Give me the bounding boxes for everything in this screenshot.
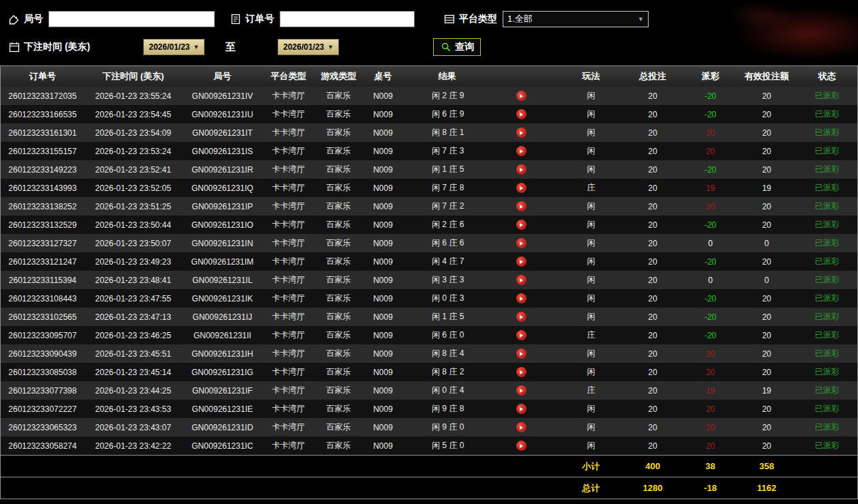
play-icon[interactable] (516, 164, 527, 175)
subtotal-payout: 38 (684, 456, 736, 477)
play-icon[interactable] (516, 441, 527, 451)
platform-cell: 卡卡湾厅 (263, 252, 313, 271)
order-id-cell: 260123233095707 (1, 326, 85, 344)
total-bet-cell: 20 (621, 436, 685, 456)
play-triangle (520, 426, 523, 430)
play-icon[interactable] (516, 128, 527, 138)
play-triangle (520, 407, 523, 411)
play-type-cell: 闲 (561, 289, 621, 308)
platform-select[interactable]: 1.全部 ▼ (503, 11, 649, 27)
total-bet-cell: 20 (621, 252, 685, 271)
total-bet-cell: 20 (621, 326, 685, 344)
status-cell: 已派彩 (797, 344, 857, 363)
valid-bet-cell: 19 (737, 179, 797, 197)
col-header-bet-time: 下注时间 (美东) (85, 66, 182, 87)
platform-cell: 卡卡湾厅 (263, 123, 313, 142)
play-triangle (520, 260, 523, 264)
round-input[interactable] (48, 11, 215, 27)
search-button[interactable]: 查询 (433, 38, 481, 56)
result-text: 闲 9 庄 0 (403, 421, 493, 433)
play-icon[interactable] (516, 422, 527, 432)
result-cell: 闲 0 庄 3 (403, 289, 561, 308)
table-header: 订单号 下注时间 (美东) 局号 平台类型 游戏类型 桌号 结果 玩法 总投注 … (1, 66, 857, 87)
game-type-cell: 百家乐 (314, 87, 363, 105)
total-bet-cell: 20 (621, 197, 685, 216)
result-cell: 闲 9 庄 8 (403, 400, 561, 418)
table-no-cell: N009 (363, 160, 402, 179)
bet-time-cell: 2026-01-23 23:46:25 (85, 326, 182, 344)
result-cell: 闲 8 庄 4 (403, 344, 561, 363)
bet-time-filter-group: 下注时间 (美东) (8, 41, 95, 53)
table-row: 260123233138252 2026-01-23 23:51:25 GN00… (1, 197, 857, 216)
payout-cell: 19 (684, 381, 736, 400)
table-row: 260123233108443 2026-01-23 23:47:55 GN00… (1, 289, 857, 308)
col-header-game-type: 游戏类型 (314, 66, 363, 87)
date-from-value: 2026/01/23 (149, 42, 190, 52)
table-row: 260123233090439 2026-01-23 23:45:51 GN00… (1, 344, 857, 363)
payout-cell: -20 (684, 289, 736, 308)
game-type-cell: 百家乐 (314, 326, 363, 344)
play-icon[interactable] (516, 385, 527, 396)
payout-cell: -20 (684, 308, 736, 326)
payout-cell: -20 (684, 216, 736, 234)
result-text: 闲 8 庄 4 (403, 348, 493, 359)
total-payout: -18 (684, 477, 736, 499)
play-icon[interactable] (516, 349, 527, 359)
play-icon[interactable] (516, 312, 527, 322)
table-row: 260123233085038 2026-01-23 23:45:14 GN00… (1, 363, 857, 381)
result-text: 闲 1 庄 5 (403, 164, 493, 175)
col-header-status: 状态 (797, 66, 857, 87)
play-type-cell: 闲 (561, 142, 621, 160)
order-id-cell: 260123233115394 (1, 271, 85, 289)
valid-bet-cell: 20 (737, 123, 797, 142)
game-type-cell: 百家乐 (314, 436, 363, 456)
order-label: 订单号 (246, 13, 274, 25)
play-icon[interactable] (516, 275, 527, 285)
play-icon[interactable] (516, 404, 527, 414)
chevron-down-icon: ▼ (327, 44, 334, 50)
round-id-cell: GN009261231IJ (182, 308, 263, 326)
table-row: 260123233143993 2026-01-23 23:52:05 GN00… (1, 179, 857, 197)
play-icon[interactable] (516, 238, 527, 248)
play-icon[interactable] (516, 220, 527, 230)
valid-bet-cell: 20 (737, 142, 797, 160)
col-header-platform: 平台类型 (263, 66, 313, 87)
table-no-cell: N009 (363, 142, 402, 160)
result-text: 闲 3 庄 3 (403, 274, 493, 286)
payout-cell: 20 (684, 123, 736, 142)
result-text: 闲 6 庄 0 (403, 329, 493, 341)
play-icon[interactable] (516, 367, 527, 377)
order-input[interactable] (280, 11, 415, 27)
table-row: 260123233058274 2026-01-23 23:42:22 GN00… (1, 436, 857, 456)
status-cell: 已派彩 (797, 326, 857, 344)
round-filter-group: 局号 (8, 11, 215, 27)
play-icon[interactable] (516, 146, 527, 156)
table-row: 260123233121247 2026-01-23 23:49:23 GN00… (1, 252, 857, 271)
date-from-picker[interactable]: 2026/01/23 ▼ (143, 39, 205, 55)
total-bet-cell: 20 (621, 234, 685, 252)
status-cell: 已派彩 (797, 234, 857, 252)
date-to-picker[interactable]: 2026/01/23 ▼ (278, 39, 339, 55)
result-cell: 闲 8 庄 1 (403, 123, 561, 142)
play-type-cell: 庄 (561, 381, 621, 400)
play-icon[interactable] (516, 256, 527, 267)
date-to-value: 2026/01/23 (283, 42, 324, 52)
play-type-cell: 闲 (561, 308, 621, 326)
table-no-cell: N009 (363, 216, 402, 234)
play-icon[interactable] (516, 109, 527, 119)
table-no-cell: N009 (363, 400, 402, 418)
play-icon[interactable] (516, 293, 527, 303)
col-header-table-no: 桌号 (363, 66, 402, 87)
play-icon[interactable] (516, 183, 527, 193)
table-row: 260123233102565 2026-01-23 23:47:13 GN00… (1, 308, 857, 326)
result-text: 闲 5 庄 0 (403, 440, 493, 451)
order-id-cell: 260123233143993 (1, 179, 85, 197)
result-text: 闲 8 庄 1 (403, 127, 493, 138)
play-icon[interactable] (516, 201, 527, 211)
bet-time-cell: 2026-01-23 23:55:24 (85, 87, 182, 105)
play-icon[interactable] (516, 330, 527, 340)
bet-time-cell: 2026-01-23 23:51:25 (85, 197, 182, 216)
order-id-cell: 260123233172035 (1, 87, 85, 105)
play-icon[interactable] (516, 91, 527, 101)
bet-time-cell: 2026-01-23 23:47:55 (85, 289, 182, 308)
